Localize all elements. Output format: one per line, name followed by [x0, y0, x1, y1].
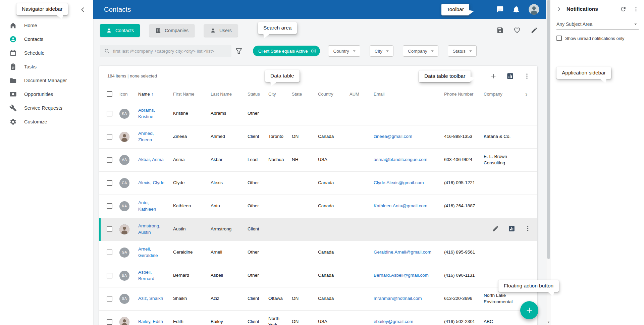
subject-area-value: Any Subject Area — [556, 21, 592, 27]
filter-company-dropdown[interactable]: Company — [403, 45, 438, 57]
view-tab-companies[interactable]: Companies — [149, 24, 195, 37]
column-header-aum[interactable]: AUM — [350, 86, 374, 102]
row-analytics-button[interactable] — [508, 225, 515, 232]
row-edit-button[interactable] — [492, 225, 499, 232]
column-header-name[interactable]: Name↑ — [138, 86, 173, 102]
expand-panel-button[interactable] — [556, 6, 562, 12]
contact-name-link[interactable]: Antu, Kathleen — [138, 200, 166, 212]
row-checkbox[interactable] — [107, 226, 112, 232]
column-header-last-name[interactable]: Last Name — [211, 86, 248, 102]
contact-email-link[interactable]: Bernard.Asbell@gmail.com — [374, 273, 429, 278]
view-tab-contacts[interactable]: Contacts — [100, 24, 140, 37]
sidebar-item-tasks[interactable]: Tasks — [0, 60, 93, 73]
table-row[interactable]: KAAbrams, KristineKristineAbramsOther — [99, 102, 537, 125]
row-checkbox[interactable] — [107, 203, 112, 209]
row-checkbox[interactable] — [107, 180, 112, 186]
table-row[interactable]: Bailey, EdithEdithBaileyClientNorth York… — [99, 310, 537, 325]
scrollbar-thumb[interactable] — [547, 0, 550, 259]
contact-email-link[interactable]: Geraldine.Arnell@gmail.com — [374, 250, 431, 255]
sidebar-item-document-manager[interactable]: Document Manager — [0, 73, 93, 87]
contact-name-link[interactable]: Arnell, Geraldine — [138, 246, 166, 258]
favorite-button[interactable] — [514, 26, 521, 34]
contact-email-link[interactable]: zineea@gmail.com — [374, 134, 412, 139]
table-row[interactable]: GAArnell, GeraldineGeraldineArnellOtherC… — [99, 241, 537, 264]
user-avatar[interactable] — [529, 4, 539, 15]
row-checkbox[interactable] — [107, 273, 112, 278]
more-options-button[interactable] — [523, 72, 531, 80]
contact-name-link[interactable]: Aziz, Shaikh — [138, 295, 163, 302]
filter-button[interactable] — [235, 47, 243, 55]
column-header-state[interactable]: State — [292, 86, 318, 102]
contact-name-link[interactable]: Asbell, Bernard — [138, 269, 166, 281]
contact-email-link[interactable]: Kathleen.Antu@gmail.com — [374, 203, 427, 208]
row-checkbox[interactable] — [107, 296, 112, 302]
row-checkbox[interactable] — [107, 134, 112, 140]
sidebar-item-opportunities[interactable]: Opportunities — [0, 87, 93, 101]
contact-email-link[interactable]: asma@blanditcongue.com — [374, 157, 427, 162]
scroll-columns-right-button[interactable]: › — [525, 90, 528, 98]
column-header-icon[interactable]: Icon — [119, 86, 138, 102]
view-tab-users[interactable]: Users — [204, 24, 238, 37]
table-row[interactable]: Armstrong, AustinAustinArmstrongClient — [99, 218, 537, 241]
notifications-bell-button[interactable] — [513, 6, 520, 13]
column-header-email[interactable]: Email — [374, 86, 444, 102]
table-row[interactable]: KAAntu, KathleenKathleenAntuOtherCanadaK… — [99, 195, 537, 218]
sidebar-item-home[interactable]: Home — [0, 18, 93, 32]
filter-country-dropdown[interactable]: Country — [328, 45, 360, 57]
column-header-country[interactable]: Country — [318, 86, 350, 102]
contact-email-link[interactable]: ebailey@gmail.com — [374, 319, 413, 324]
chat-icon — [496, 6, 504, 13]
avatar: BA — [119, 271, 129, 281]
table-row[interactable]: CAAlexis, ClydeClydeAlexisOtherCanadaCly… — [99, 171, 537, 195]
contact-name-link[interactable]: Akbar, Asma — [138, 157, 164, 163]
filter-chip-label: Client State equals Active — [258, 49, 308, 54]
select-all-checkbox[interactable] — [107, 91, 112, 97]
add-record-button[interactable] — [490, 72, 497, 80]
column-header-status[interactable]: Status — [248, 86, 268, 102]
sidebar-item-service-requests[interactable]: Service Requests — [0, 101, 93, 115]
active-filter-chip[interactable]: Client State equals Active — [253, 46, 320, 56]
table-row[interactable]: AAAkbar, AsmaAsmaAkbarLeadNashuaNHUSAasm… — [99, 148, 537, 171]
sidebar-item-customize[interactable]: Customize — [0, 115, 93, 128]
table-row[interactable]: BAAsbell, BernardBernardAsbellOtherCanad… — [99, 264, 537, 287]
panel-more-options-button[interactable] — [633, 6, 639, 12]
remove-filter-button[interactable] — [311, 48, 317, 54]
filter-status-dropdown[interactable]: Status — [448, 45, 477, 57]
chat-button[interactable] — [496, 6, 504, 13]
unread-only-checkbox[interactable] — [556, 36, 562, 41]
row-checkbox[interactable] — [107, 157, 112, 163]
contact-name-link[interactable]: Ahmed, Zineea — [138, 130, 166, 143]
search-input[interactable] — [113, 49, 227, 54]
row-checkbox[interactable] — [107, 111, 112, 116]
save-button[interactable] — [496, 26, 504, 34]
person-icon — [210, 28, 216, 34]
subject-area-dropdown[interactable]: Any Subject Area — [556, 21, 639, 30]
table-row[interactable]: Ahmed, ZineeaZineeaAhmedClientTorontoONC… — [99, 125, 537, 148]
table-row[interactable]: SAAziz, ShaikhShaikhAzizClientOttawaONCa… — [99, 287, 537, 310]
column-header-first-name[interactable]: First Name — [173, 86, 211, 102]
filter-city-dropdown[interactable]: City — [370, 45, 393, 57]
sidebar-item-contacts[interactable]: Contacts — [0, 32, 93, 46]
column-header-company[interactable]: Company — [484, 86, 525, 102]
contact-email-link[interactable]: mrahman@hotmail.com — [374, 296, 422, 301]
sidebar-item-schedule[interactable]: Schedule — [0, 46, 93, 60]
contact-name-link[interactable]: Armstrong, Austin — [138, 223, 166, 235]
row-more-options-button[interactable] — [524, 225, 531, 232]
collapse-sidebar-button[interactable] — [78, 5, 87, 14]
floating-action-button[interactable] — [520, 301, 538, 319]
filter-dropdown-label: Company — [408, 49, 427, 54]
row-checkbox[interactable] — [107, 319, 112, 325]
edit-button[interactable] — [531, 26, 538, 34]
column-header-phone-number[interactable]: Phone Number — [444, 86, 484, 102]
column-header-city[interactable]: City — [268, 86, 292, 102]
scroll-down-arrow[interactable]: ▼ — [546, 321, 551, 324]
contact-email-link[interactable]: Clyde.Alexis@gmail.com — [374, 180, 424, 185]
contact-name-link[interactable]: Abrams, Kristine — [138, 107, 166, 119]
analytics-button[interactable] — [506, 72, 514, 80]
contact-name-link[interactable]: Alexis, Clyde — [138, 180, 164, 186]
row-checkbox[interactable] — [107, 250, 112, 255]
refresh-button[interactable] — [620, 6, 627, 12]
contact-name-link[interactable]: Bailey, Edith — [138, 319, 163, 325]
opportunities-icon — [9, 91, 17, 98]
vertical-scrollbar[interactable]: ▼ — [546, 0, 551, 325]
